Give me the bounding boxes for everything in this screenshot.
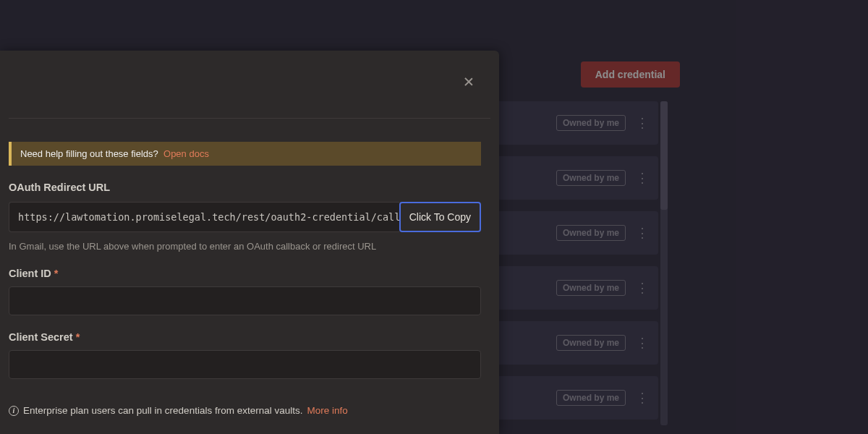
copy-url-button[interactable]: Click To Copy [399,202,481,232]
more-info-link[interactable]: More info [307,405,347,416]
client-secret-input[interactable] [9,350,481,379]
client-id-label: Client ID * [9,268,490,279]
credential-modal: Need help filling out these fields? Open… [0,51,499,434]
enterprise-note-text: Enterprise plan users can pull in creden… [23,405,302,416]
client-secret-label: Client Secret * [9,331,490,343]
open-docs-link[interactable]: Open docs [163,148,209,159]
client-id-input[interactable] [9,286,481,315]
oauth-redirect-label: OAuth Redirect URL [9,182,490,193]
info-icon: i [9,406,19,416]
oauth-help-text: In Gmail, use the URL above when prompte… [9,241,490,252]
oauth-redirect-url: https://lawtomation.promiselegal.tech/re… [9,202,399,232]
enterprise-note: i Enterprise plan users can pull in cred… [9,405,490,416]
help-banner-text: Need help filling out these fields? [20,148,158,159]
help-banner: Need help filling out these fields? Open… [9,142,481,166]
close-icon[interactable] [463,77,475,88]
